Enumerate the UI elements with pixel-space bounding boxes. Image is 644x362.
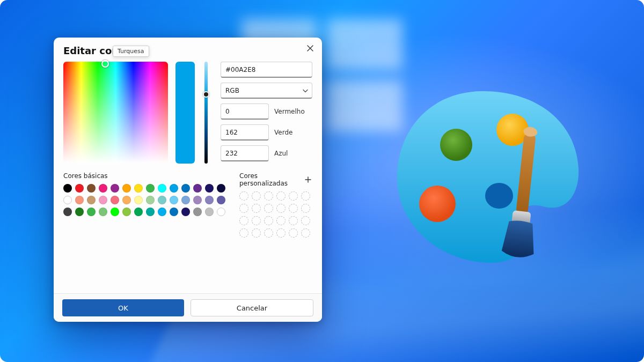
basic-color-swatch[interactable] <box>87 196 96 204</box>
svg-point-1 <box>419 186 456 222</box>
basic-color-swatch[interactable] <box>170 184 178 193</box>
basic-color-swatch[interactable] <box>99 184 107 193</box>
plus-icon <box>305 176 311 183</box>
custom-color-slot[interactable] <box>264 204 273 213</box>
basic-color-swatch[interactable] <box>99 208 107 216</box>
custom-color-slot[interactable] <box>301 216 310 225</box>
channel-input-azul[interactable] <box>221 145 269 161</box>
channel-input-verde[interactable] <box>221 124 269 141</box>
custom-color-slot[interactable] <box>264 228 273 238</box>
basic-color-swatch[interactable] <box>217 208 225 216</box>
hue-slider[interactable] <box>202 62 210 164</box>
color-field[interactable] <box>63 62 168 164</box>
basic-colors-label: Cores básicas <box>63 172 225 180</box>
custom-color-slot[interactable] <box>276 191 286 201</box>
basic-color-swatch[interactable] <box>87 184 96 193</box>
color-field-cursor[interactable] <box>101 60 109 68</box>
basic-color-swatch[interactable] <box>111 184 119 193</box>
desktop-background: Turquesa Editar cores <box>0 0 644 362</box>
custom-color-slot[interactable] <box>239 216 248 225</box>
svg-point-0 <box>485 183 513 209</box>
dialog-title: Editar cores <box>63 45 312 56</box>
basic-color-swatch[interactable] <box>63 184 72 193</box>
basic-color-swatch[interactable] <box>146 208 155 216</box>
basic-color-swatch[interactable] <box>158 208 166 216</box>
basic-color-swatch[interactable] <box>134 208 143 216</box>
basic-color-swatch[interactable] <box>75 208 84 216</box>
channel-label: Azul <box>274 150 288 157</box>
custom-color-slot[interactable] <box>239 204 248 213</box>
custom-color-slot[interactable] <box>301 228 310 238</box>
paint-app-icon <box>392 80 585 274</box>
custom-color-slot[interactable] <box>239 191 248 201</box>
basic-color-swatch[interactable] <box>193 184 202 193</box>
basic-color-swatch[interactable] <box>170 208 178 216</box>
basic-color-swatch[interactable] <box>134 196 143 204</box>
basic-color-swatch[interactable] <box>217 196 225 204</box>
add-custom-color-button[interactable] <box>303 175 312 184</box>
basic-color-swatch[interactable] <box>217 184 225 193</box>
basic-color-swatch[interactable] <box>87 208 96 216</box>
ok-button[interactable]: OK <box>62 299 184 316</box>
custom-colors-label: Cores personalizadas <box>239 172 303 187</box>
custom-color-slot[interactable] <box>239 228 248 238</box>
hue-slider-thumb[interactable] <box>203 91 209 98</box>
basic-color-swatch[interactable] <box>193 196 202 204</box>
custom-color-slot[interactable] <box>301 191 310 201</box>
channel-label: Verde <box>274 129 292 136</box>
svg-point-2 <box>440 129 472 161</box>
custom-color-slot[interactable] <box>276 204 286 213</box>
basic-color-swatch[interactable] <box>122 184 131 193</box>
basic-color-swatch[interactable] <box>134 184 143 193</box>
custom-color-slot[interactable] <box>276 216 286 225</box>
basic-color-swatch[interactable] <box>158 184 166 193</box>
channel-input-vermelho[interactable] <box>221 104 269 120</box>
color-tooltip: Turquesa <box>113 46 149 57</box>
custom-color-slot[interactable] <box>264 216 273 225</box>
basic-color-swatch[interactable] <box>181 184 190 193</box>
basic-color-swatch[interactable] <box>75 196 84 204</box>
color-preview <box>175 62 195 164</box>
custom-color-slot[interactable] <box>289 191 298 201</box>
custom-colors-grid <box>239 191 312 238</box>
cancel-button[interactable]: Cancelar <box>191 299 313 316</box>
custom-color-slot[interactable] <box>264 191 273 201</box>
basic-color-swatch[interactable] <box>122 196 131 204</box>
color-mode-select[interactable] <box>221 83 312 99</box>
close-icon <box>307 45 313 51</box>
custom-color-slot[interactable] <box>252 228 261 238</box>
channel-label: Vermelho <box>274 108 305 115</box>
basic-color-swatch[interactable] <box>181 208 190 216</box>
basic-color-swatch[interactable] <box>193 208 202 216</box>
basic-color-swatch[interactable] <box>205 184 214 193</box>
basic-colors-grid <box>63 184 225 216</box>
custom-color-slot[interactable] <box>289 204 298 213</box>
basic-color-swatch[interactable] <box>146 196 155 204</box>
hex-input[interactable] <box>221 62 312 78</box>
custom-color-slot[interactable] <box>252 204 261 213</box>
custom-color-slot[interactable] <box>289 216 298 225</box>
basic-color-swatch[interactable] <box>75 184 84 193</box>
basic-color-swatch[interactable] <box>111 196 119 204</box>
basic-color-swatch[interactable] <box>63 208 72 216</box>
basic-color-swatch[interactable] <box>205 196 214 204</box>
basic-color-swatch[interactable] <box>181 196 190 204</box>
dialog-footer: OK Cancelar <box>54 293 322 322</box>
basic-color-swatch[interactable] <box>99 196 107 204</box>
basic-color-swatch[interactable] <box>170 196 178 204</box>
basic-color-swatch[interactable] <box>146 184 155 193</box>
basic-color-swatch[interactable] <box>205 208 214 216</box>
close-button[interactable] <box>304 42 317 55</box>
basic-color-swatch[interactable] <box>111 208 119 216</box>
edit-colors-dialog: Editar cores <box>54 38 322 322</box>
basic-color-swatch[interactable] <box>63 196 72 204</box>
custom-color-slot[interactable] <box>301 204 310 213</box>
basic-color-swatch[interactable] <box>122 208 131 216</box>
custom-color-slot[interactable] <box>276 228 286 238</box>
custom-color-slot[interactable] <box>289 228 298 238</box>
basic-color-swatch[interactable] <box>158 196 166 204</box>
custom-color-slot[interactable] <box>252 216 261 225</box>
custom-color-slot[interactable] <box>252 191 261 201</box>
